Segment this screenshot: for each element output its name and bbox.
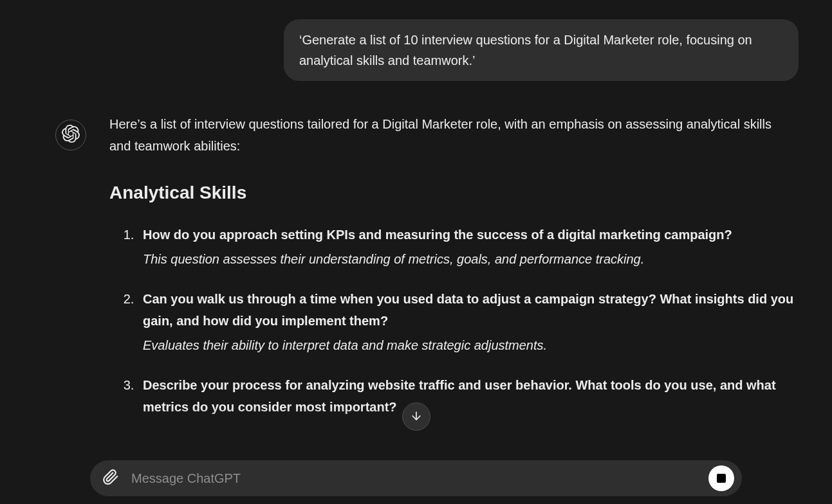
- paperclip-icon: [102, 469, 119, 488]
- arrow-down-icon: [410, 410, 423, 424]
- chat-container: ‘Generate a list of 10 interview questio…: [0, 0, 832, 504]
- section-heading-analytical: Analytical Skills: [109, 177, 795, 208]
- assistant-message-row: Here’s a list of interview questions tai…: [0, 87, 832, 442]
- question-text: Describe your process for analyzing webs…: [143, 374, 795, 418]
- assistant-intro-text: Here’s a list of interview questions tai…: [109, 113, 795, 157]
- question-explanation: Evaluates their ability to interpret dat…: [143, 338, 547, 352]
- input-bar-wrap: [0, 460, 832, 496]
- list-item: How do you approach setting KPIs and mea…: [138, 224, 795, 270]
- user-message-bubble: ‘Generate a list of 10 interview questio…: [284, 19, 799, 81]
- question-list: How do you approach setting KPIs and mea…: [109, 224, 795, 418]
- attach-file-button[interactable]: [100, 468, 121, 489]
- list-item: Can you walk us through a time when you …: [138, 288, 795, 356]
- question-text: How do you approach setting KPIs and mea…: [143, 224, 795, 246]
- stop-icon: [717, 474, 726, 483]
- message-input[interactable]: [131, 471, 698, 486]
- question-text: Can you walk us through a time when you …: [143, 288, 795, 332]
- assistant-content: Here’s a list of interview questions tai…: [109, 113, 795, 436]
- user-message-text: ‘Generate a list of 10 interview questio…: [299, 33, 752, 68]
- input-bar: [90, 460, 742, 496]
- assistant-avatar: [55, 120, 86, 150]
- user-message-row: ‘Generate a list of 10 interview questio…: [0, 13, 832, 87]
- list-item: Describe your process for analyzing webs…: [138, 374, 795, 418]
- openai-logo-icon: [62, 125, 80, 145]
- stop-generation-button[interactable]: [708, 465, 734, 491]
- question-explanation: This question assesses their understandi…: [143, 252, 644, 266]
- scroll-to-bottom-button[interactable]: [402, 402, 430, 431]
